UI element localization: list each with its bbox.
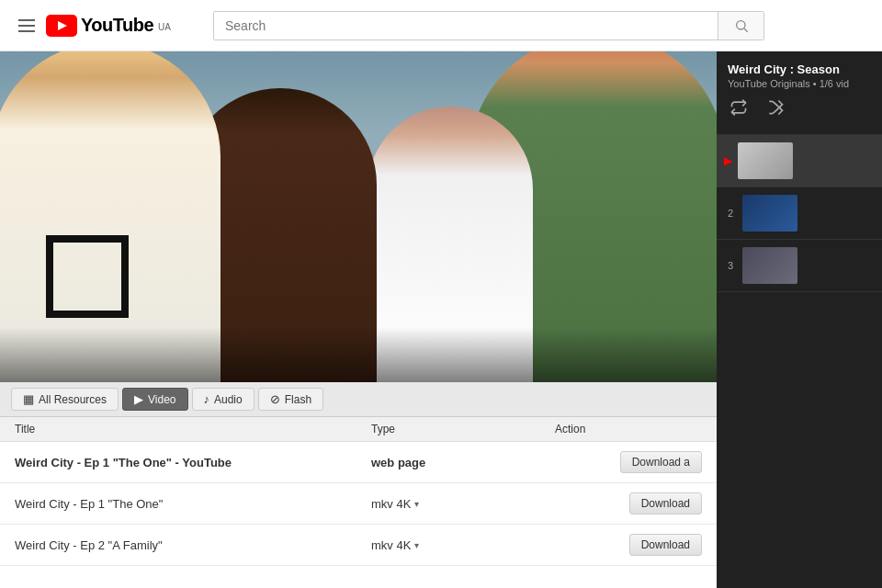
svg-line-3 bbox=[744, 28, 748, 32]
tab-audio[interactable]: ♪ Audio bbox=[192, 388, 254, 411]
playlist-thumbnail-3 bbox=[742, 247, 797, 284]
playlist-item-3[interactable]: 3 bbox=[717, 240, 882, 292]
download-button-2[interactable]: Download bbox=[629, 492, 702, 514]
shuffle-icon bbox=[766, 98, 785, 117]
search-bar bbox=[213, 11, 764, 40]
youtube-logo[interactable]: YouTube UA bbox=[46, 15, 171, 37]
tab-flash-label: Flash bbox=[285, 393, 311, 406]
row-2-type: mkv 4K ▾ bbox=[371, 497, 555, 511]
audio-icon: ♪ bbox=[204, 392, 210, 406]
download-button-3[interactable]: Download bbox=[629, 534, 702, 556]
row-3-title: Weird City - Ep 2 "A Family" bbox=[15, 538, 371, 552]
flash-icon: ⊘ bbox=[270, 392, 280, 406]
chevron-down-icon: ▾ bbox=[414, 499, 419, 509]
download-button-1[interactable]: Download a bbox=[620, 451, 702, 473]
playlist-item-2-num: 2 bbox=[724, 208, 737, 219]
sidebar-subtitle: YouTube Originals • 1/6 vid bbox=[728, 78, 871, 89]
row-3-type: mkv 4K ▾ bbox=[371, 538, 555, 552]
downloads-table: Title Type Action Weird City - Ep 1 "The… bbox=[0, 417, 717, 588]
shuffle-button[interactable] bbox=[764, 96, 786, 123]
video-player[interactable] bbox=[0, 51, 717, 382]
chevron-down-icon: ▾ bbox=[414, 540, 419, 550]
table-header: Title Type Action bbox=[0, 417, 717, 442]
steering-wheel bbox=[46, 235, 129, 318]
row-2-action: Download bbox=[555, 492, 702, 514]
video-scene bbox=[0, 51, 717, 382]
column-action: Action bbox=[555, 423, 702, 435]
row-1-title: Weird City - Ep 1 "The One" - YouTube bbox=[15, 456, 371, 469]
type-dropdown-2[interactable]: mkv 4K ▾ bbox=[371, 497, 419, 511]
row-1-action: Download a bbox=[555, 451, 702, 473]
play-indicator-icon: ▶ bbox=[724, 154, 732, 167]
header: YouTube UA bbox=[0, 0, 882, 51]
region-tag: UA bbox=[158, 22, 171, 32]
resource-tabs-bar: ▦ All Resources ▶ Video ♪ Audio ⊘ Flash bbox=[0, 382, 717, 417]
playlist-thumbnail-1 bbox=[738, 142, 793, 179]
table-row: Weird City - Ep 2 "A Family" mkv 4K ▾ Do… bbox=[0, 525, 717, 566]
header-left: YouTube UA bbox=[15, 15, 198, 37]
tab-all-resources[interactable]: ▦ All Resources bbox=[11, 388, 119, 411]
loop-button[interactable] bbox=[728, 96, 750, 123]
youtube-text: YouTube bbox=[81, 15, 153, 36]
playlist-item-2[interactable]: 2 bbox=[717, 187, 882, 240]
hamburger-menu-button[interactable] bbox=[15, 16, 39, 36]
tab-all-resources-label: All Resources bbox=[39, 393, 107, 406]
loop-icon bbox=[729, 98, 748, 117]
row-3-action: Download bbox=[555, 534, 702, 556]
tab-audio-label: Audio bbox=[214, 393, 243, 406]
table-row: Weird City - Ep 1 "The One" mkv 4K ▾ Dow… bbox=[0, 483, 717, 525]
playlist-item-3-num: 3 bbox=[724, 260, 737, 271]
sidebar-panel: Weird City : Season YouTube Originals • … bbox=[717, 51, 882, 588]
playlist-thumbnail-2 bbox=[742, 195, 797, 232]
search-icon bbox=[734, 18, 749, 33]
playlist-items: ▶ 2 3 bbox=[717, 135, 882, 588]
search-button[interactable] bbox=[718, 11, 763, 40]
column-type: Type bbox=[371, 423, 555, 435]
main-content: ▦ All Resources ▶ Video ♪ Audio ⊘ Flash … bbox=[0, 51, 882, 588]
video-thumbnail bbox=[0, 51, 717, 382]
tab-video-label: Video bbox=[148, 393, 175, 406]
sidebar-header: Weird City : Season YouTube Originals • … bbox=[717, 51, 882, 135]
all-resources-icon: ▦ bbox=[23, 392, 34, 406]
row-1-type: web page bbox=[371, 456, 555, 469]
column-title: Title bbox=[15, 423, 371, 435]
youtube-icon bbox=[46, 15, 77, 37]
sidebar-controls bbox=[728, 96, 871, 123]
search-input[interactable] bbox=[214, 12, 718, 40]
svg-point-2 bbox=[736, 20, 744, 28]
table-row: Weird City - Ep 1 "The One" - YouTube we… bbox=[0, 442, 717, 483]
sidebar-title: Weird City : Season bbox=[728, 62, 871, 76]
playlist-item-1[interactable]: ▶ bbox=[717, 135, 882, 187]
tab-flash[interactable]: ⊘ Flash bbox=[258, 388, 323, 411]
video-icon: ▶ bbox=[134, 392, 143, 406]
video-section: ▦ All Resources ▶ Video ♪ Audio ⊘ Flash … bbox=[0, 51, 717, 588]
row-2-title: Weird City - Ep 1 "The One" bbox=[15, 497, 371, 511]
tab-video[interactable]: ▶ Video bbox=[122, 388, 187, 411]
video-bottom-overlay bbox=[0, 327, 717, 382]
type-dropdown-3[interactable]: mkv 4K ▾ bbox=[371, 538, 419, 552]
